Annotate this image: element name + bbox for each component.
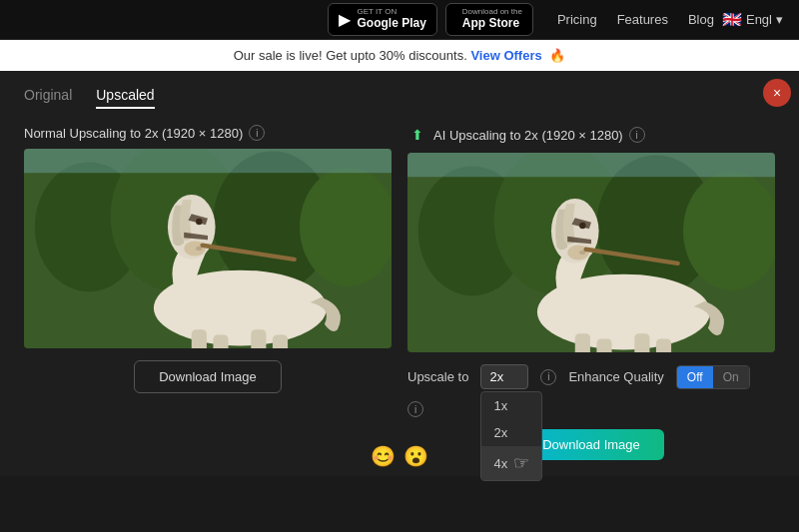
sale-text: Our sale is live! Get upto 30% discounts… xyxy=(234,48,467,63)
fire-emoji: 🔥 xyxy=(549,48,565,63)
app-store-small-text: Download on the xyxy=(462,8,522,16)
emoji-smile: 😊 xyxy=(371,444,396,468)
svg-rect-28 xyxy=(634,333,649,352)
view-offers-link[interactable]: View Offers xyxy=(470,48,541,63)
svg-rect-20 xyxy=(407,153,775,177)
enhance-quality-label: Enhance Quality xyxy=(568,369,663,384)
ai-upscale-icon: ⬆ xyxy=(407,125,427,145)
dropdown-item-4x[interactable]: 4x ☞ xyxy=(481,446,541,480)
app-store-btn[interactable]: Download on the App Store xyxy=(445,3,533,35)
nav-blog[interactable]: Blog xyxy=(688,12,714,27)
emoji-wow: 😮 xyxy=(403,444,428,468)
tab-original[interactable]: Original xyxy=(24,87,72,109)
nav-pricing[interactable]: Pricing xyxy=(557,12,597,27)
flag-icon: 🇬🇧 xyxy=(722,10,742,29)
right-download-row: Download Image xyxy=(407,429,775,460)
main-content: × Original Upscaled Normal Upscaling to … xyxy=(0,71,799,476)
left-download-row: Download Image xyxy=(24,360,392,393)
controls-row: Upscale to 1x 2x 4x 1x 2x 4x xyxy=(407,364,775,417)
app-store-large-text: App Store xyxy=(462,16,522,30)
left-panel-title: Normal Upscaling to 2x (1920 × 1280) xyxy=(24,126,243,141)
upscale-info-icon[interactable]: i xyxy=(540,369,556,385)
upscale-dropdown-menu: 1x 2x 4x ☞ xyxy=(480,391,542,481)
nav-features[interactable]: Features xyxy=(617,12,668,27)
upscale-select[interactable]: 1x 2x 4x xyxy=(480,364,528,389)
upscale-label: Upscale to xyxy=(407,369,468,384)
svg-rect-26 xyxy=(575,333,590,352)
close-button[interactable]: × xyxy=(763,79,791,107)
nav-links: Pricing Features Blog xyxy=(557,12,714,27)
google-play-btn[interactable]: ▶ GET IT ON Google Play xyxy=(328,3,436,35)
dropdown-item-1x[interactable]: 1x xyxy=(481,392,541,419)
tab-upscaled[interactable]: Upscaled xyxy=(96,87,154,109)
right-horse-image xyxy=(407,153,775,352)
language-selector[interactable]: 🇬🇧 Engl ▾ xyxy=(722,10,783,29)
enhance-toggle: Off On xyxy=(676,365,750,389)
svg-rect-29 xyxy=(656,339,671,352)
svg-rect-11 xyxy=(192,329,207,348)
left-horse-image xyxy=(24,149,392,348)
images-section: Normal Upscaling to 2x (1920 × 1280) i xyxy=(24,125,775,460)
chevron-down-icon: ▾ xyxy=(776,12,783,27)
bottom-hints: 😊 😮 xyxy=(371,444,428,468)
dropdown-item-2x[interactable]: 2x xyxy=(481,419,541,446)
right-image-container xyxy=(407,153,775,352)
upscale-select-wrapper: 1x 2x 4x 1x 2x 4x ☞ xyxy=(480,364,528,389)
toggle-on-btn[interactable]: On xyxy=(713,366,749,388)
left-info-icon[interactable]: i xyxy=(249,125,265,141)
google-play-small-text: GET IT ON xyxy=(357,8,425,16)
tabs: Original Upscaled xyxy=(24,87,775,109)
svg-rect-14 xyxy=(273,335,288,348)
left-panel: Normal Upscaling to 2x (1920 × 1280) i xyxy=(24,125,392,460)
right-panel: ⬆ AI Upscaling to 2x (1920 × 1280) i xyxy=(407,125,775,460)
toggle-off-btn[interactable]: Off xyxy=(677,366,713,388)
right-info-icon[interactable]: i xyxy=(629,127,645,143)
svg-rect-12 xyxy=(213,335,228,348)
svg-rect-5 xyxy=(24,149,392,173)
lang-label: Engl xyxy=(746,12,772,27)
google-play-icon: ▶ xyxy=(339,10,351,29)
left-download-button[interactable]: Download Image xyxy=(134,360,282,393)
right-panel-header: ⬆ AI Upscaling to 2x (1920 × 1280) i xyxy=(407,125,775,145)
svg-rect-13 xyxy=(251,329,266,348)
sale-banner: Our sale is live! Get upto 30% discounts… xyxy=(0,40,799,71)
main-wrapper: × Original Upscaled Normal Upscaling to … xyxy=(0,71,799,476)
left-panel-header: Normal Upscaling to 2x (1920 × 1280) i xyxy=(24,125,392,141)
google-play-large-text: Google Play xyxy=(357,16,425,30)
svg-rect-27 xyxy=(596,339,611,352)
enhance-info-icon[interactable]: i xyxy=(407,401,423,417)
top-nav: ▶ GET IT ON Google Play Download on the … xyxy=(0,0,799,40)
cursor-pointer-icon: ☞ xyxy=(513,452,529,474)
right-panel-title: AI Upscaling to 2x (1920 × 1280) xyxy=(433,128,623,143)
left-image-container xyxy=(24,149,392,348)
